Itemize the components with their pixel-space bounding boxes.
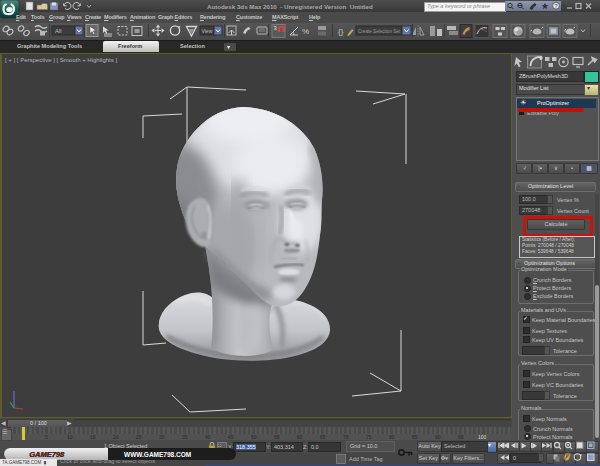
svg-text:{}: {} (338, 27, 344, 36)
svg-text:%: % (302, 27, 309, 36)
svg-text:Create Selection Set: Create Selection Set (358, 29, 401, 34)
svg-text:View: View (202, 28, 213, 34)
svg-text:All: All (55, 28, 62, 34)
